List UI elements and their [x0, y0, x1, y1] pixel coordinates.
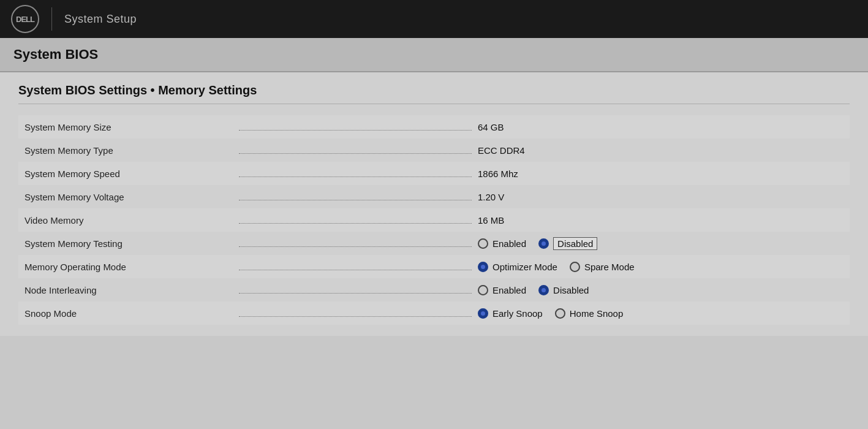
radio-selected-icon: [538, 238, 549, 249]
setting-value: ECC DDR4: [478, 145, 527, 156]
radio-label: Disabled: [553, 285, 589, 295]
settings-row: System Memory TypeECC DDR4: [18, 139, 850, 162]
settings-row: System Memory Voltage1.20 V: [18, 185, 850, 208]
settings-row: Video Memory16 MB: [18, 208, 850, 232]
setting-label: Node Interleaving: [25, 285, 233, 295]
bios-section-header: System BIOS: [0, 38, 868, 72]
radio-unselected-icon: [478, 238, 488, 249]
radio-option[interactable]: Disabled: [538, 285, 589, 295]
radio-option[interactable]: Spare Mode: [570, 262, 635, 272]
dotted-separator: [239, 223, 472, 224]
radio-label: Early Snoop: [492, 308, 543, 319]
radio-label: Enabled: [492, 238, 526, 249]
settings-row: Node InterleavingEnabledDisabled: [18, 278, 850, 302]
dotted-separator: [239, 177, 472, 177]
setting-value: 1866 Mhz: [478, 169, 527, 179]
setting-value: 1.20 V: [478, 192, 527, 202]
dell-logo: DELL: [11, 5, 39, 33]
header-divider: [51, 7, 52, 31]
setting-label: System Memory Voltage: [25, 192, 233, 202]
radio-option[interactable]: Enabled: [478, 238, 526, 249]
settings-table: System Memory Size64 GBSystem Memory Typ…: [18, 115, 850, 325]
setting-value: 16 MB: [478, 215, 527, 226]
radio-option[interactable]: Home Snoop: [555, 308, 624, 319]
settings-row: System Memory Speed1866 Mhz: [18, 162, 850, 185]
radio-group: EnabledDisabled: [478, 237, 597, 250]
setting-label: System Memory Size: [25, 122, 233, 132]
radio-label: Disabled: [553, 237, 597, 250]
settings-row: System Memory TestingEnabledDisabled: [18, 232, 850, 255]
setting-label: Snoop Mode: [25, 308, 233, 319]
radio-selected-icon: [538, 285, 549, 295]
settings-row: System Memory Size64 GB: [18, 115, 850, 139]
radio-group: Early SnoopHome Snoop: [478, 308, 623, 319]
radio-label: Optimizer Mode: [492, 262, 557, 272]
radio-label: Enabled: [492, 285, 526, 295]
settings-breadcrumb-title: System BIOS Settings • Memory Settings: [18, 83, 850, 104]
setting-label: System Memory Type: [25, 145, 233, 156]
radio-label: Home Snoop: [570, 308, 624, 319]
dotted-separator: [239, 270, 472, 270]
dotted-separator: [239, 293, 472, 294]
setting-label: Memory Operating Mode: [25, 262, 233, 272]
settings-row: Memory Operating ModeOptimizer ModeSpare…: [18, 255, 850, 278]
radio-label: Spare Mode: [584, 262, 635, 272]
setting-label: Video Memory: [25, 215, 233, 226]
header-title: System Setup: [64, 13, 137, 26]
radio-option[interactable]: Enabled: [478, 285, 526, 295]
radio-group: EnabledDisabled: [478, 285, 589, 295]
main-content: System BIOS Settings • Memory Settings S…: [0, 72, 868, 336]
radio-selected-icon: [478, 262, 488, 272]
radio-option[interactable]: Optimizer Mode: [478, 262, 557, 272]
radio-unselected-icon: [478, 285, 488, 295]
radio-option[interactable]: Early Snoop: [478, 308, 543, 319]
header-bar: DELL System Setup: [0, 0, 868, 38]
settings-row: Snoop ModeEarly SnoopHome Snoop: [18, 302, 850, 325]
dotted-separator: [239, 246, 472, 247]
radio-unselected-icon: [555, 308, 565, 319]
dotted-separator: [239, 200, 472, 200]
dotted-separator: [239, 153, 472, 154]
setting-label: System Memory Testing: [25, 238, 233, 249]
dotted-separator: [239, 130, 472, 131]
radio-option[interactable]: Disabled: [538, 237, 597, 250]
setting-value: 64 GB: [478, 122, 527, 132]
radio-unselected-icon: [570, 262, 580, 272]
dotted-separator: [239, 316, 472, 317]
radio-selected-icon: [478, 308, 488, 319]
radio-group: Optimizer ModeSpare Mode: [478, 262, 635, 272]
setting-label: System Memory Speed: [25, 169, 233, 179]
bios-title: System BIOS: [13, 47, 98, 62]
